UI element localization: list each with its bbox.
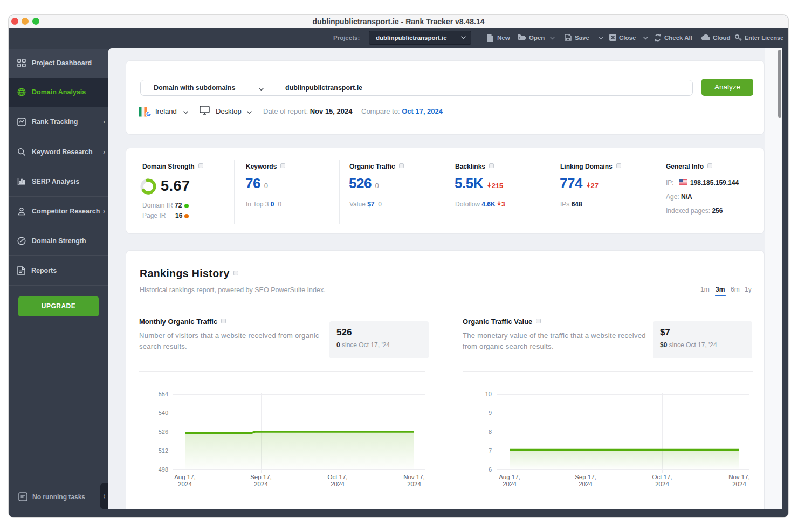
svg-text:Aug 17,: Aug 17, xyxy=(174,474,196,480)
svg-text:2024: 2024 xyxy=(655,481,669,487)
svg-text:2024: 2024 xyxy=(503,481,517,487)
svg-text:7: 7 xyxy=(489,447,492,454)
svg-text:526: 526 xyxy=(159,429,168,435)
svg-text:2024: 2024 xyxy=(178,481,192,487)
svg-text:9: 9 xyxy=(489,410,492,416)
svg-text:Nov 17,: Nov 17, xyxy=(728,474,750,480)
svg-text:Oct 17,: Oct 17, xyxy=(652,474,672,480)
svg-text:Sep 17,: Sep 17, xyxy=(250,474,272,480)
svg-text:Aug 17,: Aug 17, xyxy=(499,474,520,480)
svg-text:2024: 2024 xyxy=(254,481,268,487)
svg-text:8: 8 xyxy=(489,429,492,435)
svg-text:10: 10 xyxy=(485,391,492,397)
svg-text:554: 554 xyxy=(159,391,168,397)
svg-text:2024: 2024 xyxy=(331,481,345,487)
svg-text:512: 512 xyxy=(159,447,168,454)
svg-text:Nov 17,: Nov 17, xyxy=(403,474,425,480)
svg-text:Sep 17,: Sep 17, xyxy=(575,474,596,480)
svg-text:498: 498 xyxy=(159,466,168,473)
svg-text:Oct 17,: Oct 17, xyxy=(327,474,347,480)
svg-text:6: 6 xyxy=(489,466,492,473)
svg-text:540: 540 xyxy=(159,410,168,416)
svg-text:2024: 2024 xyxy=(732,481,746,487)
svg-text:2024: 2024 xyxy=(407,481,421,487)
svg-text:2024: 2024 xyxy=(579,481,593,487)
